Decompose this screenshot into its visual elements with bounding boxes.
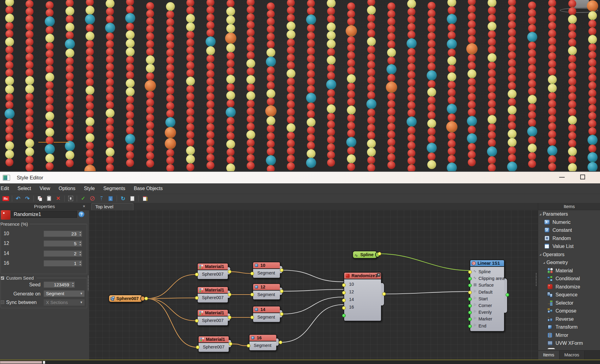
spinner-arrows-icon[interactable]: ▲▼ bbox=[79, 231, 81, 236]
items-item-numeric[interactable]: X² Numeric bbox=[538, 218, 600, 226]
input-socket-14[interactable] bbox=[342, 299, 346, 302]
node-wire[interactable] bbox=[281, 305, 344, 342]
toolbar-rc-logo-icon[interactable]: Rc bbox=[2, 195, 10, 202]
style-editor-titlebar[interactable]: Style Editor bbox=[0, 171, 600, 183]
input-socket-segment-16[interactable] bbox=[247, 344, 250, 348]
items-item-transform[interactable]: Transform bbox=[538, 323, 600, 331]
items-group-parameters[interactable]: ◢ Parameters bbox=[538, 210, 600, 218]
node-wire[interactable] bbox=[231, 344, 249, 346]
node-wire[interactable] bbox=[384, 292, 470, 294]
node-material1-c[interactable]: Material1 Sphere007 bbox=[197, 309, 228, 326]
toolbar-delete-icon[interactable]: ✕ bbox=[54, 195, 62, 202]
sync-between-dropdown[interactable]: X Sections ▼ bbox=[44, 299, 85, 306]
node-wire[interactable] bbox=[146, 299, 196, 321]
output-socket-segment-16[interactable] bbox=[279, 341, 282, 344]
menu-style[interactable]: Style bbox=[80, 183, 99, 194]
horizontal-scrollbar[interactable] bbox=[0, 361, 42, 364]
sync-between-checkbox[interactable] bbox=[1, 300, 4, 304]
toolbar-export-icon[interactable]: → bbox=[128, 195, 136, 202]
tree-expand-icon[interactable]: ◢ bbox=[539, 253, 541, 256]
toolbar-discard-icon[interactable] bbox=[88, 195, 96, 202]
items-group-geometry[interactable]: ◢ Geometry bbox=[538, 259, 600, 267]
toolbar-paste-icon[interactable] bbox=[45, 195, 53, 202]
toolbar-undo-icon[interactable]: ↷ bbox=[14, 195, 22, 202]
items-splitter-grip[interactable] bbox=[535, 273, 537, 286]
menu-options[interactable]: Options bbox=[54, 183, 79, 194]
presence-14-spinner[interactable]: 2 ▲▼ bbox=[44, 250, 82, 257]
presence-12-spinner[interactable]: 5 ▲▼ bbox=[44, 240, 82, 247]
output-socket-spline[interactable] bbox=[378, 252, 381, 256]
node-randomize1[interactable]: Randomize1 ✕▲ 10 12 14 16 bbox=[344, 272, 382, 321]
items-item-random[interactable]: R Random bbox=[538, 235, 600, 242]
node-wire[interactable] bbox=[230, 272, 252, 274]
input-socket-segment-14[interactable] bbox=[250, 316, 254, 319]
toolbar-notes-icon[interactable] bbox=[141, 195, 149, 202]
input-socket-10[interactable] bbox=[342, 283, 346, 287]
node-material1-b[interactable]: Material1 Sphere007 bbox=[197, 286, 228, 303]
input-socket-Surface[interactable] bbox=[468, 284, 472, 287]
tree-expand-icon[interactable]: ◢ bbox=[539, 213, 541, 216]
minimize-button[interactable] bbox=[559, 177, 565, 178]
items-group-operators[interactable]: ◢ Operators bbox=[538, 251, 600, 259]
input-socket-Default[interactable] bbox=[468, 291, 472, 294]
input-socket-Marker[interactable] bbox=[468, 317, 472, 321]
tree-expand-icon[interactable]: ◢ bbox=[543, 261, 545, 264]
items-item-reverse[interactable]: ← Reverse bbox=[538, 315, 600, 323]
presence-16-spinner[interactable]: 1 ▲▼ bbox=[44, 260, 82, 267]
output-socket-segment-14[interactable] bbox=[280, 312, 284, 316]
node-close-icon[interactable]: ✕ bbox=[377, 273, 380, 277]
node-material1-d[interactable]: Material1 Sphere007 bbox=[198, 336, 229, 352]
input-socket-material1-c[interactable] bbox=[195, 319, 199, 323]
spinner-arrows-icon[interactable]: ▲▼ bbox=[79, 251, 81, 256]
node-wire[interactable] bbox=[379, 254, 470, 270]
node-wire[interactable] bbox=[282, 270, 344, 282]
items-item-sequence[interactable]: 12 Sequence bbox=[538, 291, 600, 299]
input-socket-Corner[interactable] bbox=[468, 304, 472, 308]
node-segment-10[interactable]: 10 Segment bbox=[252, 262, 281, 278]
seed-spinner[interactable]: 123459 ▲▼ bbox=[44, 281, 75, 288]
items-item-mirror[interactable]: Mirror bbox=[538, 331, 600, 339]
node-segment-12[interactable]: 12 Segment bbox=[252, 283, 281, 300]
node-spline[interactable]: ∿ Spline bbox=[352, 251, 377, 259]
seed-spinner-arrows-icon[interactable]: ▲▼ bbox=[72, 282, 74, 287]
input-socket-Clipping area[interactable] bbox=[468, 277, 472, 281]
items-item-randomize[interactable]: Randomize bbox=[538, 283, 600, 291]
toolbar-redo-icon[interactable]: ↷ bbox=[23, 195, 31, 202]
toolbar-pin-bottom-icon[interactable]: ↓ bbox=[107, 195, 115, 202]
node-segment-16[interactable]: 16 Segment bbox=[249, 334, 277, 351]
node-sphere007[interactable]: Sphere007 bbox=[108, 295, 143, 302]
input-socket-segment-12[interactable] bbox=[250, 293, 254, 296]
node-wire[interactable] bbox=[282, 289, 344, 291]
menu-base-objects[interactable]: Base Objects bbox=[129, 183, 167, 194]
input-socket-material1-a[interactable] bbox=[195, 273, 199, 276]
presence-10-spinner[interactable]: 23 ▲▼ bbox=[44, 231, 82, 237]
toolbar-select-tool-icon[interactable] bbox=[67, 195, 75, 202]
node-segment-14[interactable]: 14 Segment bbox=[252, 306, 281, 323]
output-socket-segment-10[interactable] bbox=[280, 268, 284, 272]
output-socket-sphere007[interactable] bbox=[144, 297, 148, 300]
toolbar-refresh-icon[interactable]: ↻ bbox=[119, 195, 127, 202]
input-socket-Evenly[interactable] bbox=[468, 311, 472, 314]
output-socket-material1-c[interactable] bbox=[228, 316, 231, 319]
node-name-field[interactable]: Randomize1 bbox=[11, 211, 77, 218]
node-wire[interactable] bbox=[146, 274, 196, 299]
output-socket-material1-d[interactable] bbox=[229, 342, 232, 346]
items-item-constant[interactable]: 2 Constant bbox=[538, 226, 600, 234]
input-socket-12[interactable] bbox=[342, 291, 346, 295]
tab-top-level[interactable]: Top level bbox=[91, 203, 133, 210]
output-socket-material1-b[interactable] bbox=[228, 293, 231, 296]
items-item-uvw-xform[interactable]: UVW XForm bbox=[538, 339, 600, 347]
menu-view[interactable]: View bbox=[35, 183, 54, 194]
input-socket-16[interactable] bbox=[342, 306, 346, 310]
node-wire[interactable] bbox=[146, 299, 197, 347]
output-socket-segment-12[interactable] bbox=[280, 289, 284, 293]
node-material1-a[interactable]: Material1 Sphere007 bbox=[197, 263, 228, 280]
node-canvas[interactable]: Sphere007 Material1 Sphere007 Material1 … bbox=[89, 210, 538, 359]
node-collapse-icon[interactable]: ▲ bbox=[378, 277, 380, 279]
menu-segments[interactable]: Segments bbox=[99, 183, 129, 194]
input-socket-End[interactable] bbox=[468, 324, 472, 328]
input-socket-material1-d[interactable] bbox=[196, 345, 199, 349]
generate-on-dropdown[interactable]: Segment ▼ bbox=[44, 290, 85, 297]
items-item-conditional[interactable]: Conditional bbox=[538, 275, 600, 283]
toolbar-pin-top-icon[interactable]: ↑ bbox=[97, 195, 105, 202]
